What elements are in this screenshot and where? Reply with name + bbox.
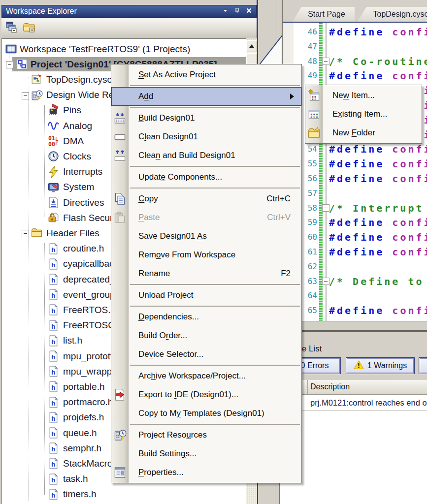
tree-item-label: DMA: [63, 136, 84, 147]
menu-shortcut: Ctrl+C: [266, 194, 301, 204]
menu-item-unload-project[interactable]: Unload Project: [111, 286, 301, 305]
copy-icon: [113, 192, 127, 206]
code-line-56: 56#define configUSE: [283, 171, 427, 186]
menu-item-build-design01[interactable]: Build Design01: [111, 109, 301, 127]
topdesign-icon: [31, 73, 43, 86]
menu-item-add[interactable]: Add: [111, 87, 301, 106]
source-text: #define configUSE: [329, 230, 427, 245]
menu-shortcut: F2: [281, 269, 301, 279]
tree-item-label: System: [63, 182, 94, 192]
tree-item-timers-h[interactable]: htimers.h: [2, 487, 246, 502]
h-file-icon: h: [47, 273, 60, 285]
svg-text:h: h: [51, 353, 55, 361]
menu-item-copy-to-my-templates-design01[interactable]: Copy to My Templates (Design01): [111, 404, 301, 423]
pin-icon: [234, 7, 240, 16]
clocks-icon: [47, 150, 60, 162]
tree-item-workspace-testfreertos9-1-proj[interactable]: Workspace 'TestFreeRTOS9' (1 Projects): [2, 41, 246, 57]
close-button[interactable]: [244, 7, 253, 15]
tree-item-label: task.h: [63, 473, 88, 484]
h-file-icon: h: [47, 258, 60, 270]
menu-item-export-to-ide-design01[interactable]: Export to IDE (Design01)...: [111, 385, 301, 404]
tree-item-label: semphr.h: [63, 443, 101, 454]
fold-collapse-box[interactable]: [322, 58, 329, 65]
menu-item-remove-from-workspace[interactable]: Remove From Workspace: [111, 246, 301, 264]
tab-topdesign-cysch[interactable]: TopDesign.cysch: [358, 7, 427, 22]
build-icon: [113, 112, 127, 125]
menu-item-project-resources[interactable]: Project Resources: [111, 426, 301, 444]
project-icon: [16, 58, 28, 70]
pin-button[interactable]: [232, 7, 241, 15]
menu-item-label: Build Design01: [138, 113, 195, 123]
menu-item-paste[interactable]: PasteCtrl+V: [111, 208, 301, 227]
warning-icon: [354, 360, 364, 372]
collapse-folders-button[interactable]: [22, 21, 36, 35]
menu-item-clean-design01[interactable]: Clean Design01: [111, 127, 301, 146]
new-item-icon: [307, 89, 321, 102]
scroll-up-button[interactable]: [246, 40, 257, 52]
editor-hscroll-area[interactable]: [283, 321, 427, 331]
menu-item-set-as-active-project[interactable]: Set As Active Project: [111, 65, 301, 84]
svg-text:h: h: [51, 307, 55, 315]
menu-item-label: Add: [138, 92, 153, 101]
menu-item-update-components[interactable]: Update Components...: [111, 168, 301, 187]
code-line-63: 63/* Define to trap errors during develo…: [283, 274, 427, 289]
menu-item-dependencies[interactable]: Dependencies...: [111, 308, 301, 326]
fold-collapse-box[interactable]: [322, 278, 329, 285]
tree-item-label: Clocks: [63, 151, 91, 162]
menu-item-label: Clean Design01: [138, 132, 198, 142]
chevron-down-button[interactable]: [221, 7, 230, 15]
menu-item-label: New Folder: [332, 128, 375, 138]
notice-filter-1-warnings[interactable]: 1 Warnings: [346, 357, 415, 374]
menu-item-label: New Item...: [332, 91, 375, 100]
svg-text:h: h: [51, 246, 55, 253]
fold-collapse-box[interactable]: [322, 204, 329, 212]
description-column-header[interactable]: Description: [310, 382, 350, 391]
notice-filter-label: 1 Warnings: [367, 361, 407, 370]
collapse-expander[interactable]: [6, 61, 13, 68]
existing-item-icon: [307, 108, 321, 121]
code-line-54: 54#define configUSE: [283, 142, 427, 157]
design-wide-icon: [31, 89, 43, 101]
collapse-windows-button[interactable]: [4, 21, 19, 35]
tab-start-page[interactable]: Start Page: [293, 7, 355, 22]
code-line-48: 48/* Co-routine definitions. */: [283, 54, 427, 69]
submenu-item-new-folder[interactable]: New Folder: [305, 124, 422, 142]
menu-item-save-design01-as[interactable]: Save Design01 As: [111, 227, 301, 246]
collapse-expander[interactable]: [22, 92, 29, 99]
analog-icon: [47, 120, 60, 132]
h-file-icon: h: [47, 288, 60, 301]
source-text: #define configUSE: [329, 142, 427, 157]
svg-text:h: h: [51, 261, 55, 269]
menu-item-properties[interactable]: Properties...: [111, 463, 301, 482]
submenu-item-existing-item[interactable]: Existing Item...: [305, 105, 422, 124]
menu-item-label: Existing Item...: [332, 109, 387, 119]
menu-item-archive-workspace-project[interactable]: Archive Workspace/Project...: [111, 367, 301, 385]
code-area[interactable]: 46#define configUSE4748/* Co-routine def…: [283, 23, 427, 321]
menu-item-copy[interactable]: CopyCtrl+C: [111, 189, 301, 208]
workspace-explorer-titlebar[interactable]: Workspace Explorer: [1, 5, 257, 18]
source-text: #define configUSE: [329, 157, 427, 171]
source-text: /* Define to trap errors during developm…: [329, 274, 427, 289]
collapse-expander[interactable]: [22, 230, 29, 237]
submenu-arrow-icon: [290, 94, 297, 99]
menu-item-label: Properties...: [138, 468, 184, 477]
menu-item-label: Copy to My Templates (Design01): [138, 409, 264, 418]
menu-item-label: Archive Workspace/Project...: [138, 371, 246, 381]
notice-filter-0-notes[interactable]: 0 Notes: [419, 357, 427, 374]
menu-item-build-settings[interactable]: Build Settings...: [111, 444, 301, 463]
code-line-64: 64: [283, 288, 427, 303]
menu-item-rename[interactable]: RenameF2: [111, 264, 301, 283]
code-line-58: 58/* Interrupt nesting behaviour configu…: [283, 201, 427, 216]
menu-item-build-order[interactable]: Build Order...: [111, 326, 301, 345]
h-file-icon: h: [47, 380, 60, 393]
submenu-item-new-item[interactable]: New Item...: [305, 86, 422, 105]
menu-item-device-selector[interactable]: Device Selector...: [111, 345, 301, 364]
menu-item-clean-and-build-design01[interactable]: Clean and Build Design01: [111, 146, 301, 165]
panel-title: Workspace Explorer: [6, 7, 77, 16]
tree-item-label: Header Files: [46, 228, 99, 239]
pins-icon: [47, 104, 60, 117]
h-file-icon: h: [47, 427, 60, 439]
menu-separator: [130, 284, 300, 285]
h-file-icon: h: [47, 243, 60, 255]
code-line-60: 60#define configUSE: [283, 230, 427, 245]
